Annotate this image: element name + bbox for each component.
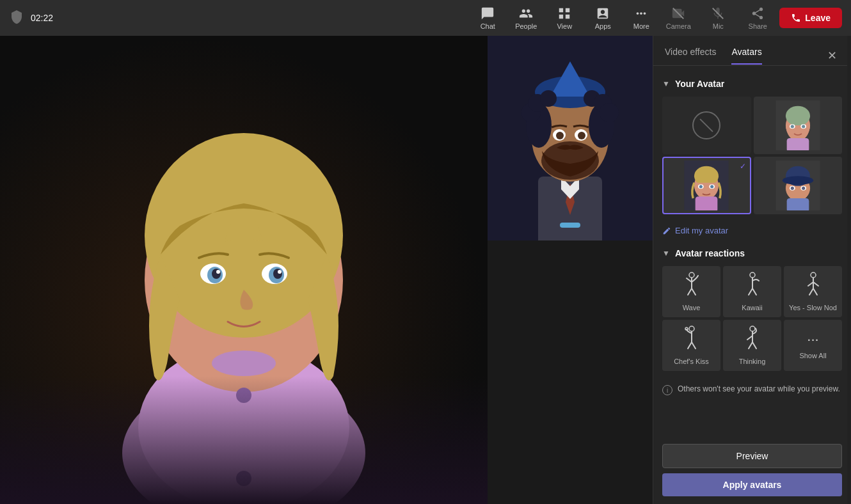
svg-line-67 [692, 288, 696, 295]
show-all-label: Show All [799, 352, 826, 359]
svg-point-12 [273, 269, 282, 279]
topbar-right: Camera Mic Share Leave [660, 0, 851, 36]
svg-point-14 [278, 270, 282, 274]
tab-video-effects[interactable]: Video effects [665, 47, 716, 65]
apps-button[interactable]: Apps [584, 0, 622, 36]
panel-footer: Preview Apply avatars [653, 436, 851, 504]
avatar-card-3[interactable] [754, 157, 843, 214]
reaction-chefs-kiss[interactable]: Chef's Kiss [662, 320, 720, 371]
svg-point-61 [790, 187, 793, 190]
reaction-wave[interactable]: Wave [662, 266, 720, 317]
edit-avatar-button[interactable]: Edit my avatar [653, 222, 737, 243]
share-button[interactable]: Share [740, 0, 775, 36]
reaction-yes-slow-nod[interactable]: Yes - Slow Nod [784, 266, 842, 317]
meeting-timer: 02:22 [31, 13, 53, 23]
mic-label: Mic [713, 22, 724, 30]
share-label: Share [749, 22, 767, 30]
none-icon [692, 111, 720, 139]
selected-check: ✓ [740, 162, 746, 171]
svg-line-81 [688, 342, 692, 349]
edit-avatar-label: Edit my avatar [675, 226, 728, 235]
preview-button[interactable]: Preview [662, 444, 842, 468]
wave-reaction-icon [681, 272, 702, 300]
svg-line-66 [688, 288, 692, 295]
chat-button[interactable]: Chat [468, 0, 507, 36]
svg-point-36 [556, 132, 564, 139]
reaction-thinking[interactable]: Thinking [723, 320, 781, 371]
svg-line-82 [692, 342, 696, 349]
more-button[interactable]: More [622, 0, 660, 36]
view-button[interactable]: View [545, 0, 584, 36]
svg-line-77 [813, 288, 817, 295]
panel-body: ▼ Your Avatar [653, 66, 851, 436]
avatar-reactions-chevron: ▼ [662, 249, 670, 258]
thumb-avatar-svg [488, 36, 653, 240]
yes-slow-nod-reaction-icon [803, 272, 823, 300]
svg-point-37 [578, 132, 585, 139]
reactions-grid: Wave Kawaii [653, 264, 851, 374]
svg-point-45 [802, 125, 805, 128]
avatar-card-2[interactable]: ✓ [662, 157, 751, 214]
panel-header: Video effects Avatars ✕ [653, 36, 851, 65]
avatar-card-2-image [684, 161, 729, 210]
your-avatar-title: Your Avatar [675, 79, 724, 89]
svg-rect-49 [696, 196, 718, 210]
avatar-card-1[interactable] [754, 97, 843, 154]
svg-line-70 [749, 288, 752, 295]
svg-point-13 [216, 270, 220, 274]
your-avatar-section-header[interactable]: ▼ Your Avatar [653, 74, 851, 94]
apply-avatars-button[interactable]: Apply avatars [662, 473, 842, 496]
main-avatar-display [0, 36, 488, 504]
thinking-label: Thinking [739, 358, 766, 365]
side-panel: Video effects Avatars ✕ ▼ Your Avatar [653, 36, 851, 504]
svg-point-62 [802, 187, 805, 190]
avatar-card-1-image [775, 100, 820, 150]
close-panel-button[interactable]: ✕ [825, 46, 839, 65]
kawaii-reaction-icon [742, 272, 763, 300]
svg-line-87 [752, 342, 756, 349]
svg-point-40 [786, 106, 810, 126]
svg-point-63 [689, 272, 694, 278]
topbar-left: 02:22 [0, 9, 468, 27]
camera-label: Camera [666, 22, 691, 30]
chefs-kiss-reaction-icon [681, 326, 702, 354]
main-avatar-svg [77, 56, 410, 504]
reaction-show-all[interactable]: ··· Show All [784, 320, 842, 371]
avatar-reactions-section-header[interactable]: ▼ Avatar reactions [653, 243, 851, 264]
svg-point-83 [750, 326, 755, 331]
avatar-reactions-title: Avatar reactions [675, 248, 745, 258]
svg-point-29 [540, 90, 557, 107]
topbar: 02:22 Chat People View Apps More [0, 0, 851, 36]
shield-icon [9, 9, 24, 27]
scrollbar-track[interactable] [847, 36, 851, 504]
apps-label: Apps [595, 22, 611, 30]
avatar-card-none[interactable] [662, 97, 751, 154]
thumb-avatar-background [488, 36, 653, 240]
leave-label: Leave [805, 13, 831, 23]
thumb-name-label [560, 223, 580, 228]
leave-button[interactable]: Leave [779, 8, 842, 28]
svg-line-86 [749, 342, 752, 349]
svg-point-53 [710, 185, 713, 188]
svg-line-74 [808, 282, 813, 286]
reaction-kawaii[interactable]: Kawaii [723, 266, 781, 317]
svg-line-85 [747, 336, 752, 340]
mic-button[interactable]: Mic [700, 0, 736, 36]
svg-line-71 [752, 288, 756, 295]
thumbnail-video [488, 36, 653, 240]
svg-point-44 [790, 125, 793, 128]
svg-point-72 [811, 272, 816, 278]
chefs-kiss-label: Chef's Kiss [674, 358, 709, 365]
camera-button[interactable]: Camera [660, 0, 696, 36]
svg-rect-41 [786, 138, 809, 150]
avatar-card-3-image [775, 161, 820, 210]
svg-line-65 [687, 278, 692, 282]
panel-tabs: Video effects Avatars [665, 47, 762, 65]
wave-label: Wave [683, 304, 701, 311]
people-button[interactable]: People [507, 0, 545, 36]
svg-point-57 [782, 176, 813, 185]
tab-avatars[interactable]: Avatars [731, 47, 761, 65]
topbar-center-nav: Chat People View Apps More [468, 0, 660, 36]
svg-line-75 [813, 282, 818, 286]
svg-point-80 [685, 327, 688, 330]
